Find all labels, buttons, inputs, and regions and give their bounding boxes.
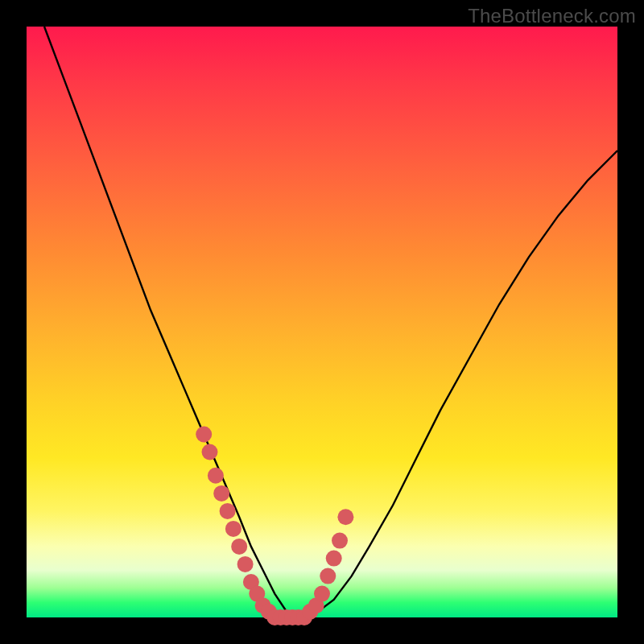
curve-layer	[27, 27, 617, 617]
curve-marker	[225, 521, 242, 537]
plot-area	[27, 27, 617, 617]
curve-marker	[326, 551, 342, 567]
curve-marker	[320, 568, 336, 584]
bottleneck-curve	[44, 27, 617, 617]
curve-marker	[337, 509, 353, 525]
curve-marker	[213, 485, 229, 502]
chart-frame: TheBottleneck.com	[0, 0, 644, 644]
curve-marker	[231, 539, 247, 555]
curve-marker	[332, 533, 348, 549]
watermark-text: TheBottleneck.com	[468, 5, 636, 27]
curve-markers	[196, 427, 353, 626]
curve-marker	[237, 556, 254, 572]
curve-marker	[220, 503, 236, 519]
curve-marker	[208, 468, 224, 484]
curve-marker	[196, 427, 212, 443]
curve-marker	[202, 444, 218, 460]
curve-marker	[314, 586, 330, 602]
